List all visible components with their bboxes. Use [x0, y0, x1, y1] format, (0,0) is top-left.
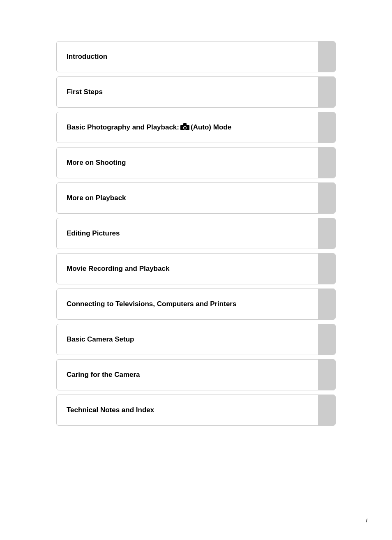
toc-item-more-on-shooting[interactable]: More on Shooting: [56, 147, 336, 178]
toc-tab-more-on-playback: [318, 183, 335, 213]
toc-item-text-editing-pictures: Editing Pictures: [57, 218, 318, 249]
toc-item-editing-pictures[interactable]: Editing Pictures: [56, 218, 336, 249]
toc-label-introduction: Introduction: [67, 53, 107, 61]
svg-point-3: [184, 127, 186, 129]
toc-label-basic-photography-suffix: (Auto) Mode: [191, 123, 231, 132]
toc-label-more-on-playback: More on Playback: [67, 194, 126, 202]
toc-label-basic-camera-setup: Basic Camera Setup: [67, 335, 134, 344]
toc-item-connecting[interactable]: Connecting to Televisions, Computers and…: [56, 288, 336, 320]
toc-item-text-more-on-shooting: More on Shooting: [57, 148, 318, 178]
toc-tab-introduction: [318, 42, 335, 72]
toc-label-first-steps: First Steps: [67, 88, 103, 96]
toc-tab-editing-pictures: [318, 218, 335, 249]
page-number: i: [366, 517, 367, 524]
toc-label-basic-photography: Basic Photography and Playback:: [67, 123, 179, 132]
toc-tab-basic-camera-setup: [318, 324, 335, 355]
toc-label-more-on-shooting: More on Shooting: [67, 159, 126, 167]
toc-item-more-on-playback[interactable]: More on Playback: [56, 182, 336, 214]
toc-tab-more-on-shooting: [318, 148, 335, 178]
toc-item-movie-recording[interactable]: Movie Recording and Playback: [56, 253, 336, 284]
toc-item-introduction[interactable]: Introduction: [56, 41, 336, 72]
camera-icon: [180, 123, 189, 131]
toc-item-technical-notes[interactable]: Technical Notes and Index: [56, 395, 336, 426]
toc-item-first-steps[interactable]: First Steps: [56, 76, 336, 108]
toc-label-caring: Caring for the Camera: [67, 371, 140, 379]
toc-item-text-introduction: Introduction: [57, 42, 318, 72]
toc-label-connecting: Connecting to Televisions, Computers and…: [67, 300, 236, 308]
toc-label-editing-pictures: Editing Pictures: [67, 229, 120, 238]
toc-item-text-technical-notes: Technical Notes and Index: [57, 395, 318, 425]
toc-tab-movie-recording: [318, 254, 335, 284]
toc-tab-caring: [318, 360, 335, 390]
toc-label-movie-recording: Movie Recording and Playback: [67, 265, 169, 273]
toc-item-text-connecting: Connecting to Televisions, Computers and…: [57, 289, 318, 319]
toc-item-text-caring: Caring for the Camera: [57, 360, 318, 390]
toc-tab-connecting: [318, 289, 335, 319]
toc-item-text-basic-camera-setup: Basic Camera Setup: [57, 324, 318, 355]
toc-label-technical-notes: Technical Notes and Index: [67, 406, 154, 414]
toc-item-text-more-on-playback: More on Playback: [57, 183, 318, 213]
toc-item-text-basic-photography: Basic Photography and Playback: (Auto) M…: [57, 112, 318, 143]
svg-rect-1: [183, 123, 187, 125]
page-content: Introduction First Steps Basic Photograp…: [0, 0, 392, 455]
toc-item-basic-camera-setup[interactable]: Basic Camera Setup: [56, 324, 336, 355]
toc-item-text-movie-recording: Movie Recording and Playback: [57, 254, 318, 284]
toc-tab-technical-notes: [318, 395, 335, 425]
toc-tab-basic-photography: [318, 112, 335, 143]
toc-item-caring[interactable]: Caring for the Camera: [56, 359, 336, 390]
toc-list: Introduction First Steps Basic Photograp…: [56, 41, 336, 430]
toc-item-text-first-steps: First Steps: [57, 77, 318, 107]
toc-item-basic-photography[interactable]: Basic Photography and Playback: (Auto) M…: [56, 112, 336, 143]
toc-tab-first-steps: [318, 77, 335, 107]
